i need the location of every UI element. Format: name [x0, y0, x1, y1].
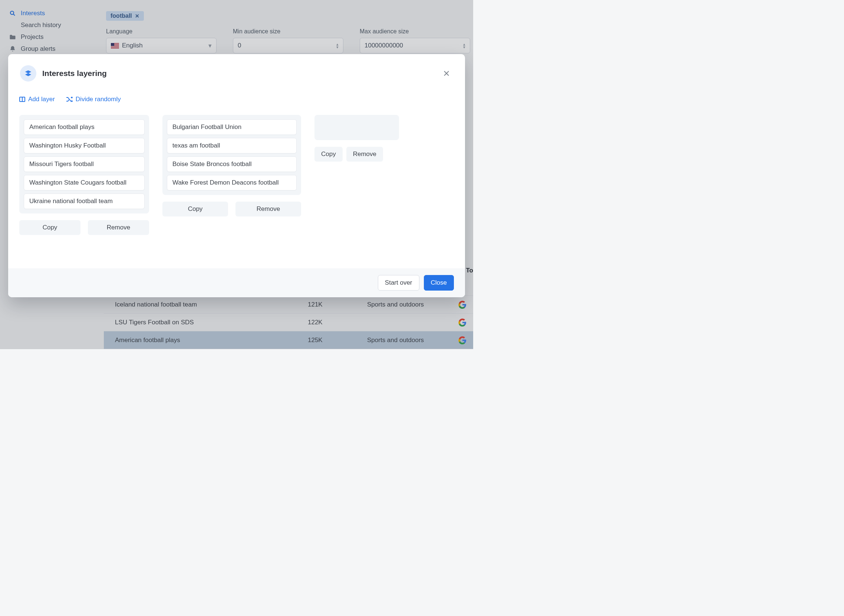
remove-button[interactable]: Remove	[88, 220, 149, 235]
interest-label: texas am football	[172, 142, 220, 149]
interest-label: Wake Forest Demon Deacons football	[172, 179, 279, 186]
copy-button[interactable]: Copy	[162, 202, 228, 216]
interest-card[interactable]: Washington State Cougars football	[24, 175, 145, 191]
remove-button[interactable]: Remove	[235, 202, 301, 216]
interests-layering-modal: Interests layering Add layer Divide rand…	[8, 54, 465, 297]
close-button[interactable]	[441, 68, 452, 79]
interest-card[interactable]: Missouri Tigers football	[24, 156, 145, 172]
layer-buttons: Copy Remove	[19, 220, 149, 235]
interest-card[interactable]: texas am football	[167, 138, 297, 154]
copy-button[interactable]: Copy	[19, 220, 81, 235]
add-layer-button[interactable]: Add layer	[19, 95, 55, 103]
add-layer-label: Add layer	[28, 95, 55, 103]
interest-card[interactable]: Boise State Broncos football	[167, 156, 297, 172]
interest-label: American football plays	[29, 123, 94, 131]
interest-card[interactable]: Bulgarian Football Union	[167, 119, 297, 135]
layer-buttons: Copy Remove	[315, 147, 399, 161]
remove-button[interactable]: Remove	[346, 147, 383, 161]
interest-label: Washington State Cougars football	[29, 179, 126, 186]
interest-label: Missouri Tigers football	[29, 160, 94, 167]
modal-title: Interests layering	[42, 69, 107, 78]
modal-footer: Start over Close	[8, 268, 465, 297]
copy-button[interactable]: Copy	[315, 147, 343, 161]
layer-column-empty: Copy Remove	[315, 115, 399, 161]
interest-label: Washington Husky Football	[29, 142, 106, 149]
divide-label: Divide randomly	[76, 95, 121, 103]
interest-label: Boise State Broncos football	[172, 160, 252, 167]
layer-box-empty[interactable]	[315, 115, 399, 140]
layer-box: American football plays Washington Husky…	[19, 115, 149, 214]
layer-column: Bulgarian Football Union texas am footba…	[162, 115, 301, 216]
interest-card[interactable]: Wake Forest Demon Deacons football	[167, 175, 297, 191]
interest-card[interactable]: Ukraine national football team	[24, 194, 145, 209]
close-modal-button[interactable]: Close	[424, 275, 454, 290]
layer-column: American football plays Washington Husky…	[19, 115, 149, 235]
modal-header: Interests layering	[8, 54, 465, 85]
layer-box: Bulgarian Football Union texas am footba…	[162, 115, 301, 195]
modal-actions: Add layer Divide randomly	[8, 85, 465, 103]
layers-container: American football plays Washington Husky…	[8, 103, 465, 239]
layers-icon	[20, 65, 36, 82]
divide-randomly-button[interactable]: Divide randomly	[66, 95, 121, 103]
interest-card[interactable]: Washington Husky Football	[24, 138, 145, 154]
shuffle-icon	[66, 97, 73, 102]
layer-buttons: Copy Remove	[162, 202, 301, 216]
interest-card[interactable]: American football plays	[24, 119, 145, 135]
interest-label: Bulgarian Football Union	[172, 123, 241, 131]
start-over-button[interactable]: Start over	[378, 275, 419, 290]
columns-icon	[19, 97, 25, 102]
interest-label: Ukraine national football team	[29, 198, 113, 205]
